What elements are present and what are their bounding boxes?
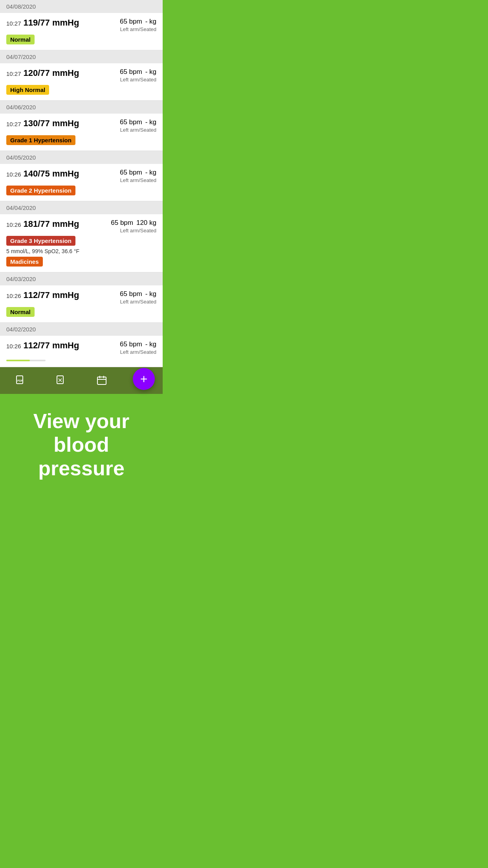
reading-location: Left arm/Seated: [120, 26, 156, 32]
date-header: 04/05/2020: [0, 151, 163, 164]
reading-weight: - kg: [145, 290, 156, 298]
reading-pressure: 181/77 mmHg: [24, 219, 79, 229]
table-row[interactable]: 10:27120/77 mmHg65 bpm- kgLeft arm/Seate…: [0, 63, 163, 101]
reading-bpm: 65 bpm: [120, 290, 142, 298]
date-header: 04/06/2020: [0, 101, 163, 114]
medicines-badge[interactable]: Madicines: [6, 257, 43, 267]
marketing-section: View your blood pressure: [0, 394, 163, 500]
date-header: 04/08/2020: [0, 0, 163, 13]
reading-time: 10:26: [6, 292, 21, 299]
pdf-icon[interactable]: PDF: [13, 373, 28, 388]
reading-time: 10:27: [6, 70, 21, 77]
reading-pressure: 112/77 mmHg: [24, 340, 79, 351]
reading-location: Left arm/Seated: [120, 77, 156, 83]
status-badge: Grade 1 Hypertension: [6, 135, 75, 145]
reading-location: Left arm/Seated: [120, 127, 156, 133]
reading-bpm: 65 bpm: [120, 68, 142, 76]
progress-bar: [6, 360, 46, 361]
reading-bpm: 65 bpm: [120, 118, 142, 126]
reading-weight: - kg: [145, 169, 156, 177]
date-header: 04/03/2020: [0, 272, 163, 285]
reading-pressure: 140/75 mmHg: [24, 169, 79, 179]
marketing-title: View your blood pressure: [8, 410, 155, 480]
bottom-toolbar: PDF +: [0, 367, 163, 394]
reading-location: Left arm/Seated: [120, 177, 156, 183]
date-header: 04/02/2020: [0, 323, 163, 336]
date-header: 04/04/2020: [0, 201, 163, 214]
table-row[interactable]: 10:26181/77 mmHg65 bpm120 kgLeft arm/Sea…: [0, 214, 163, 272]
extra-info: 5 mmol/L, 99% SpO2, 36.6 °F: [6, 248, 156, 254]
reading-weight: - kg: [145, 340, 156, 348]
calendar-icon[interactable]: [94, 373, 110, 388]
progress-bar-fill: [6, 360, 30, 361]
date-header: 04/07/2020: [0, 50, 163, 63]
readings-list: 04/08/202010:27119/77 mmHg65 bpm- kgLeft…: [0, 0, 163, 367]
reading-location: Left arm/Seated: [120, 349, 156, 355]
reading-location: Left arm/Seated: [120, 299, 156, 305]
status-badge: Normal: [6, 35, 35, 44]
svg-rect-5: [97, 377, 106, 384]
table-row[interactable]: 10:26112/77 mmHg65 bpm- kgLeft arm/Seate…: [0, 336, 163, 367]
reading-bpm: 65 bpm: [111, 219, 133, 227]
table-row[interactable]: 10:26140/75 mmHg65 bpm- kgLeft arm/Seate…: [0, 164, 163, 201]
reading-time: 10:26: [6, 343, 21, 349]
reading-bpm: 65 bpm: [120, 169, 142, 177]
table-row[interactable]: 10:27119/77 mmHg65 bpm- kgLeft arm/Seate…: [0, 13, 163, 50]
reading-time: 10:26: [6, 171, 21, 178]
reading-weight: - kg: [145, 18, 156, 26]
status-badge: Normal: [6, 307, 35, 317]
reading-time: 10:27: [6, 20, 21, 27]
reading-time: 10:26: [6, 221, 21, 228]
table-row[interactable]: 10:26112/77 mmHg65 bpm- kgLeft arm/Seate…: [0, 285, 163, 323]
add-reading-button[interactable]: +: [133, 368, 155, 390]
svg-text:PDF: PDF: [17, 379, 23, 382]
reading-weight: 120 kg: [136, 219, 156, 227]
reading-pressure: 112/77 mmHg: [24, 290, 79, 300]
reading-pressure: 119/77 mmHg: [24, 18, 79, 28]
status-badge: Grade 3 Hypertension: [6, 236, 75, 246]
reading-weight: - kg: [145, 68, 156, 76]
reading-time: 10:27: [6, 121, 21, 127]
status-badge: High Normal: [6, 85, 49, 95]
reading-location: Left arm/Seated: [111, 228, 156, 234]
reading-weight: - kg: [145, 118, 156, 126]
reading-bpm: 65 bpm: [120, 340, 142, 348]
reading-pressure: 130/77 mmHg: [24, 118, 79, 129]
status-badge: Grade 2 Hypertension: [6, 186, 75, 195]
reading-bpm: 65 bpm: [120, 18, 142, 26]
excel-icon[interactable]: [53, 373, 69, 388]
reading-pressure: 120/77 mmHg: [24, 68, 79, 78]
table-row[interactable]: 10:27130/77 mmHg65 bpm- kgLeft arm/Seate…: [0, 114, 163, 151]
